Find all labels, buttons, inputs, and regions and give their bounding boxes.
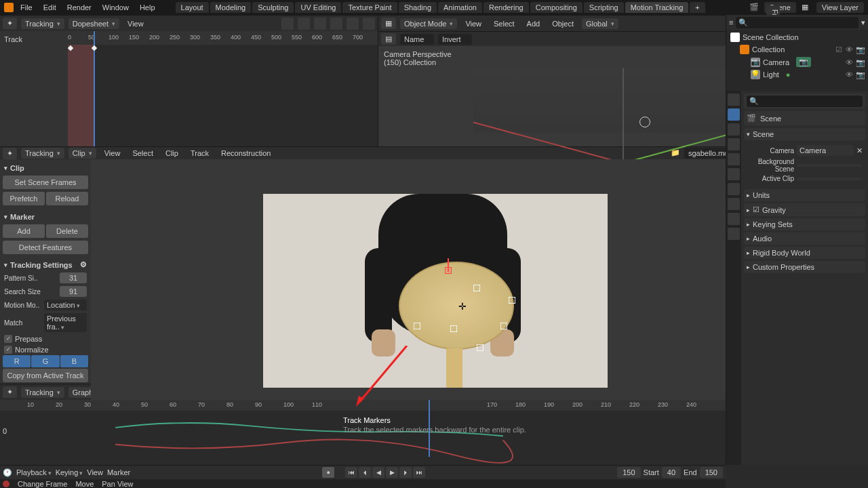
end-frame[interactable]: 150 — [700, 467, 723, 478]
jump-end-icon[interactable]: ⏭ — [413, 467, 425, 478]
channel-g[interactable]: G — [31, 355, 59, 367]
collection[interactable]: Collection☑👁📷 — [728, 43, 867, 56]
workspace-tab[interactable]: Compositing — [530, 2, 583, 13]
editor-type-icon[interactable]: ≡ — [729, 18, 733, 26]
clip-section[interactable]: Clip — [3, 162, 88, 174]
object-tab-icon[interactable] — [728, 168, 740, 180]
detect-features-button[interactable]: Detect Features — [3, 241, 88, 254]
channel-r[interactable]: R — [3, 355, 31, 367]
workspace-tab[interactable]: Motion Tracking — [625, 2, 689, 13]
normalize-checkbox[interactable]: Normalize — [3, 344, 88, 355]
autokey-icon[interactable]: ● — [322, 467, 334, 478]
reload-button[interactable]: Reload — [46, 192, 88, 205]
workspace-tab[interactable]: Animation — [438, 2, 482, 13]
playback-menu[interactable]: Playback — [16, 468, 52, 476]
tracking-marker[interactable] — [473, 285, 480, 291]
pattern-size[interactable]: 31 — [60, 272, 87, 283]
orientation[interactable]: Global — [582, 18, 618, 29]
delete-marker-button[interactable]: Delete — [46, 224, 88, 238]
view-menu[interactable]: View — [87, 468, 103, 476]
name-filter[interactable]: Name — [400, 34, 434, 45]
add-menu[interactable]: Add — [523, 18, 545, 29]
tool-icon[interactable] — [330, 18, 342, 30]
x-icon[interactable]: ✕ — [856, 146, 863, 155]
playhead[interactable] — [429, 400, 430, 457]
tracking-dropdown[interactable]: Tracking — [21, 18, 64, 29]
active-clip-field[interactable] — [797, 178, 863, 180]
select-menu[interactable]: Select — [490, 18, 519, 29]
prepass-checkbox[interactable]: Prepass — [3, 333, 88, 344]
dopesheet-timeline[interactable]: 0501001502002503003504004505005506006507… — [68, 31, 378, 146]
clip-menu[interactable]: Clip — [161, 148, 182, 159]
start-frame[interactable]: 40 — [662, 467, 681, 478]
world-tab-icon[interactable] — [728, 153, 740, 165]
workspace-tab[interactable]: + — [690, 2, 705, 13]
scene-tab-icon[interactable] — [728, 108, 740, 121]
tracking-marker[interactable] — [445, 267, 452, 274]
menu-window[interactable]: Window — [98, 2, 133, 13]
output-tab-icon[interactable] — [728, 123, 740, 136]
viewlayer-tab-icon[interactable] — [728, 138, 740, 150]
prefetch-button[interactable]: Prefetch — [3, 192, 45, 205]
menu-edit[interactable]: Edit — [39, 2, 60, 13]
audio-section[interactable]: Audio — [744, 232, 865, 245]
menu-file[interactable]: File — [16, 2, 37, 13]
tracking-dropdown[interactable]: Tracking — [21, 148, 64, 159]
tool-icon[interactable] — [363, 18, 375, 30]
menu-render[interactable]: Render — [63, 2, 96, 13]
keyframe-fwd-icon[interactable]: ⏵ — [399, 467, 412, 478]
gravity-section[interactable]: ☑ Gravity — [744, 203, 865, 216]
tracking-dropdown[interactable]: Tracking — [21, 387, 64, 398]
marker-section[interactable]: Marker — [3, 211, 88, 223]
editor-type-icon[interactable]: ✦ — [3, 18, 17, 29]
object-menu[interactable]: Object — [548, 18, 578, 29]
play-reverse-icon[interactable]: ◀ — [372, 467, 384, 478]
tool-icon[interactable] — [347, 18, 359, 30]
view-menu[interactable]: View — [461, 18, 486, 29]
select-menu[interactable]: Select — [128, 148, 157, 159]
play-icon[interactable]: ▶ — [386, 467, 398, 478]
tracking-settings-section[interactable]: Tracking Settings ⚙ — [3, 258, 88, 271]
workspace-tab[interactable]: Rendering — [484, 2, 529, 13]
invert-button[interactable]: Invert — [438, 34, 472, 45]
camera-field[interactable]: Camera — [797, 145, 854, 156]
workspace-tab[interactable]: Shading — [399, 2, 437, 13]
units-section[interactable]: Units — [744, 189, 865, 201]
editor-type-icon[interactable]: ✦ — [3, 386, 17, 398]
marker-menu[interactable]: Marker — [107, 468, 130, 476]
tracking-marker[interactable] — [477, 344, 484, 351]
clip-viewport[interactable]: 🔍 ✋ — [91, 159, 779, 422]
scene-collection[interactable]: Scene Collection — [728, 31, 867, 43]
constraint-tab-icon[interactable] — [728, 213, 740, 225]
modifier-tab-icon[interactable] — [728, 183, 740, 195]
camera-object[interactable]: 📷Camera📷👁📷 — [728, 56, 867, 68]
workspace-tab[interactable]: Layout — [176, 2, 209, 13]
light-object[interactable]: 💡Light●👁📷 — [728, 68, 867, 81]
view-menu[interactable]: View — [123, 18, 148, 29]
keying-section[interactable]: Keying Sets — [744, 218, 865, 230]
menu-help[interactable]: Help — [136, 2, 159, 13]
tracking-marker[interactable] — [500, 323, 507, 329]
track-menu[interactable]: Track — [186, 148, 213, 159]
tool-icon[interactable] — [281, 18, 294, 30]
tracking-marker[interactable] — [450, 325, 457, 332]
render-tab-icon[interactable] — [728, 94, 740, 106]
tool-icon[interactable] — [314, 18, 326, 30]
workspace-tab[interactable]: Scripting — [584, 2, 624, 13]
copy-from-active-button[interactable]: Copy from Active Track — [3, 369, 88, 382]
keying-menu[interactable]: Keying — [56, 468, 83, 476]
bg-scene-field[interactable] — [797, 164, 863, 167]
scene-datablock[interactable]: 🎬 Scene — [744, 111, 865, 125]
keyframe-back-icon[interactable]: ⏴ — [359, 467, 371, 478]
outliner-search[interactable]: 🔍 — [736, 17, 859, 28]
editor-type-icon[interactable]: 🕐 — [3, 468, 12, 477]
filter-icon[interactable]: ▤ — [381, 33, 396, 45]
editor-type-icon[interactable]: ▦ — [381, 18, 396, 29]
dopesheet-dropdown[interactable]: Dopesheet — [68, 18, 119, 29]
view-menu[interactable]: View — [100, 148, 125, 159]
search-size[interactable]: 91 — [60, 286, 87, 297]
clip-dropdown[interactable]: Clip — [68, 148, 96, 159]
rigidbody-section[interactable]: Rigid Body World — [744, 247, 865, 259]
current-frame[interactable]: 150 — [617, 467, 640, 478]
channel-b[interactable]: B — [60, 355, 88, 367]
